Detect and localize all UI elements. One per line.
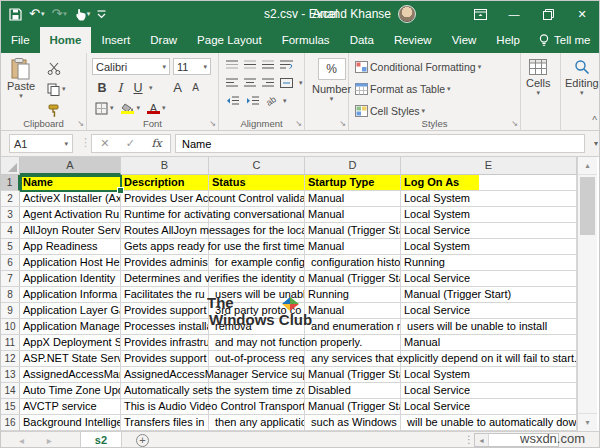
font-color-button[interactable]: A ▾	[147, 99, 166, 117]
cell-B11[interactable]: Provides infrastru	[121, 335, 209, 351]
cancel-icon[interactable]: ✕	[100, 137, 109, 150]
cell-C6[interactable]: for example configu	[209, 255, 305, 271]
conditional-formatting-dropdown-icon[interactable]: ▾	[478, 63, 482, 71]
cell-D13[interactable]: Manual (Trigger Sta	[305, 367, 401, 383]
cell-C13[interactable]	[209, 367, 305, 383]
cell-A13[interactable]: AssignedAccessMan	[20, 367, 121, 383]
select-all-button[interactable]	[1, 157, 20, 175]
cell-E1[interactable]: Log On As	[401, 175, 577, 191]
orientation-icon[interactable]: ab	[264, 94, 278, 108]
cell-E16[interactable]: will be unable to automatically dow	[401, 415, 577, 431]
cell-D10[interactable]: and enumeration r	[305, 319, 401, 335]
underline-button[interactable]: U	[131, 81, 145, 95]
cell-A12[interactable]: ASP.NET State Servi	[20, 351, 121, 367]
copy-button[interactable]: ▾	[47, 80, 66, 98]
cell-E3[interactable]: Local System	[401, 207, 577, 223]
cell-B9[interactable]: Provides support fo	[121, 303, 209, 319]
cell-B7[interactable]: Determines and verifies the identity o	[121, 271, 209, 287]
tell-me-button[interactable]: Tell me	[530, 27, 599, 53]
tab-draw[interactable]: Draw	[140, 27, 187, 53]
tab-insert[interactable]: Insert	[91, 27, 140, 53]
editing-dropdown-icon[interactable]: ▾	[580, 89, 584, 97]
cell-E10[interactable]: users will be unable to install	[401, 319, 577, 335]
cell-A4[interactable]: AllJoyn Router Servi	[20, 223, 121, 239]
cell-C16[interactable]: then any application	[209, 415, 305, 431]
copy-dropdown-icon[interactable]: ▾	[62, 85, 66, 93]
percent-icon[interactable]: %	[318, 58, 346, 80]
user-name[interactable]: Anand Khanse	[312, 1, 391, 27]
vertical-scroll-thumb[interactable]	[580, 177, 595, 235]
cell-B5[interactable]: Gets apps ready for use the first time a	[121, 239, 209, 255]
column-header-D[interactable]: D	[305, 157, 401, 175]
cell-C12[interactable]: out-of-process requ	[209, 351, 305, 367]
styles-dialog-launcher[interactable]: ↘	[511, 120, 518, 128]
touch-mode-dropdown-icon[interactable]: ▾	[87, 1, 91, 27]
touch-mouse-mode-icon[interactable]: ▾	[74, 1, 91, 27]
font-size-dropdown-icon[interactable]: ▾	[203, 63, 207, 71]
row-header-4[interactable]: 4	[1, 223, 20, 239]
column-header-A[interactable]: A	[20, 157, 121, 175]
cell-A5[interactable]: App Readiness	[20, 239, 121, 255]
name-box[interactable]: A1▾	[9, 134, 73, 153]
merge-dropdown-icon[interactable]: ▾	[299, 79, 303, 87]
cell-A11[interactable]: AppX Deployment S	[20, 335, 121, 351]
format-painter-button[interactable]	[47, 101, 66, 119]
cell-E12[interactable]	[401, 351, 577, 367]
cell-B4[interactable]: Routes AllJoyn messages for the local	[121, 223, 209, 239]
row-header-11[interactable]: 11	[1, 335, 20, 351]
merge-center-icon[interactable]	[280, 78, 293, 88]
row-header-12[interactable]: 12	[1, 351, 20, 367]
row-header-9[interactable]: 9	[1, 303, 20, 319]
paste-button[interactable]: Paste ▾	[7, 58, 35, 100]
name-box-dropdown-icon[interactable]: ▾	[64, 140, 68, 148]
row-header-8[interactable]: 8	[1, 287, 20, 303]
collapse-ribbon-icon[interactable]: ^	[592, 115, 597, 126]
column-header-C[interactable]: C	[209, 157, 305, 175]
tab-formulas[interactable]: Formulas	[272, 27, 340, 53]
align-center-icon[interactable]	[244, 78, 256, 88]
cell-E13[interactable]: Local System	[401, 367, 577, 383]
align-top-icon[interactable]	[226, 60, 238, 70]
cell-D12[interactable]: any services that explicitly depend on i…	[305, 351, 401, 367]
fill-color-button[interactable]: ▾	[121, 99, 141, 117]
font-name-dropdown-icon[interactable]: ▾	[162, 63, 166, 71]
enter-icon[interactable]: ✓	[126, 137, 135, 150]
vertical-scrollbar[interactable]: ▴ ▾	[577, 157, 597, 431]
cell-A7[interactable]: Application Identity	[20, 271, 121, 287]
cell-B14[interactable]: Automatically sets the system time zo	[121, 383, 209, 399]
save-icon[interactable]	[9, 8, 22, 21]
tab-file[interactable]: File	[1, 27, 40, 53]
tab-view[interactable]: View	[442, 27, 487, 53]
minimize-button[interactable]: —	[497, 1, 531, 27]
cell-A2[interactable]: ActiveX Installer (Ax	[20, 191, 121, 207]
row-header-5[interactable]: 5	[1, 239, 20, 255]
cell-D15[interactable]: Manual (Trigger Sta	[305, 399, 401, 415]
scroll-left-icon[interactable]: ◂	[475, 434, 489, 446]
cell-B1[interactable]: Description	[121, 175, 209, 191]
cell-D4[interactable]: Manual (Trigger Sta	[305, 223, 401, 239]
cell-A10[interactable]: Application Manage	[20, 319, 121, 335]
borders-dropdown-icon[interactable]: ▾	[110, 104, 114, 112]
cell-A6[interactable]: Application Host He	[20, 255, 121, 271]
cell-styles-dropdown-icon[interactable]: ▾	[422, 107, 426, 115]
row-header-1[interactable]: 1	[1, 175, 20, 191]
cell-D6[interactable]: configuration histo	[305, 255, 401, 271]
row-header-14[interactable]: 14	[1, 383, 20, 399]
cell-A16[interactable]: Background Intellige	[20, 415, 121, 431]
cell-D3[interactable]: Manual	[305, 207, 401, 223]
cell-B2[interactable]: Provides User Account Control validati	[121, 191, 209, 207]
column-header-E[interactable]: E	[401, 157, 577, 175]
cell-B8[interactable]: Facilitates the ru	[121, 287, 209, 303]
decrease-indent-icon[interactable]	[226, 96, 239, 106]
new-sheet-button[interactable]: +	[136, 434, 149, 447]
cell-C7[interactable]	[209, 271, 305, 287]
fill-color-dropdown-icon[interactable]: ▾	[137, 104, 141, 112]
cell-D16[interactable]: such as Windows U	[305, 415, 401, 431]
grow-font-button[interactable]: A	[171, 80, 185, 95]
cell-A14[interactable]: Auto Time Zone Upd	[20, 383, 121, 399]
cell-E4[interactable]: Local Service	[401, 223, 577, 239]
cell-D9[interactable]: Manual	[305, 303, 401, 319]
scroll-down-icon[interactable]: ▾	[578, 413, 597, 431]
conditional-formatting-button[interactable]: Conditional Formatting ▾	[355, 58, 481, 76]
align-middle-icon[interactable]	[244, 60, 256, 70]
